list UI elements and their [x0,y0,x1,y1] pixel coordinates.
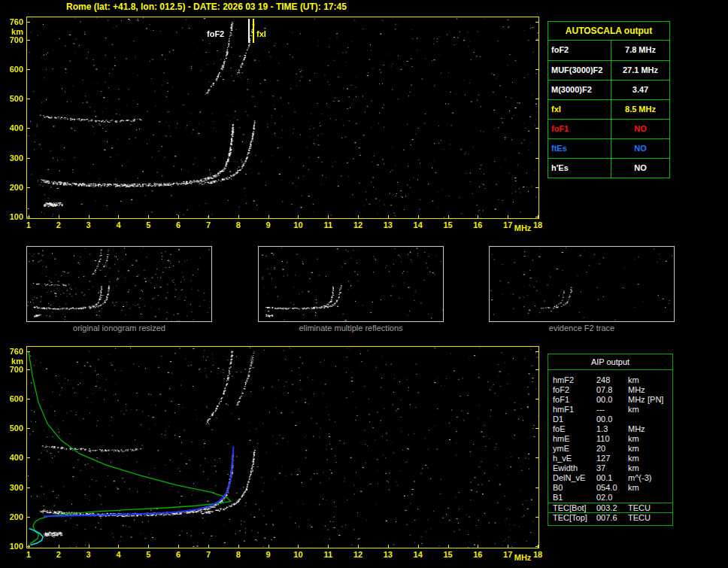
aip-unit: km [628,375,648,385]
aip-note [648,493,672,503]
aip-note [648,513,672,523]
x-tick-label-bottom: 4 [107,550,129,560]
autoscala-param: ftEs [548,139,611,158]
aip-param: B0 [553,483,596,493]
aip-value: 248 [596,375,628,385]
autoscala-param: h'Es [548,159,611,178]
autoscala-output-table: AUTOSCALA output foF27.8 MHzMUF(3000)F22… [548,21,670,178]
x-tick-label-top: 3 [77,220,100,230]
aip-row: foE1.3MHz [548,424,672,434]
aip-param: TEC[Bot] [553,503,596,513]
ionogram-plot-profile [26,346,539,548]
aip-unit: m^(-3) [628,473,648,483]
autoscala-row: ftEsNO [548,138,669,158]
ionogram-canvas-profile [27,347,538,548]
x-tick-label-top: 10 [287,220,309,230]
x-tick-label-bottom: 11 [317,550,339,560]
fof2-marker-label: foF2 [207,29,224,38]
aip-row: hmE110km [548,434,672,444]
thumbnail-canvas-no-multiples [259,247,443,321]
aip-row: B102.0 [548,493,672,503]
thumbnail-caption-original: original ionogram resized [26,323,212,333]
aip-table-title: AIP output [548,354,672,370]
autoscala-row: foF27.8 MHz [548,41,669,60]
x-tick-label-bottom: 14 [407,550,429,560]
autoscala-param: fxI [548,100,611,119]
x-tick-label-bottom: 9 [257,550,280,560]
aip-note [648,444,672,454]
x-tick-label-top: 15 [437,220,460,230]
thumbnail-caption-no-multiples: eliminate multiple reflections [258,323,444,333]
aip-row: ymE20km [548,444,672,454]
autoscala-row: h'EsNO [548,158,669,178]
y-axis-unit-bottom: km [1,357,23,366]
autoscala-value: NO [611,139,669,158]
y-tick-label-bottom: 300 [1,483,23,493]
x-tick-label-top: 13 [377,220,399,230]
y-tick-label-top: 760 [1,17,23,27]
aip-param: D1 [553,415,596,424]
aip-row: foF100.0MHz[PN] [548,395,672,405]
x-tick-label-top: 2 [47,220,70,230]
autoscala-table-rows: foF27.8 MHzMUF(3000)F227.1 MHzM(3000)F23… [548,41,669,178]
aip-value: 007.6 [596,513,628,523]
y-tick-label-bottom: 760 [1,347,23,357]
y-tick-label-top: 600 [1,65,23,74]
aip-row: foF207.8MHz [548,385,672,395]
aip-row: B0054.0km [548,483,672,493]
aip-note [648,375,672,385]
aip-param: TEC[Top] [553,513,596,523]
autoscala-row: fxI8.5 MHz [548,99,669,119]
autoscala-value: NO [611,120,669,138]
aip-row: Ewidth37km [548,463,672,473]
x-tick-label-bottom: 13 [377,550,399,560]
x-tick-label-bottom: 10 [287,550,309,560]
aip-note [648,405,672,415]
aip-param: hmF2 [553,375,596,385]
aip-note [648,463,672,473]
aip-value: 1.3 [596,424,628,434]
aip-note [648,483,672,493]
aip-note [648,415,672,424]
x-tick-label-top: 9 [257,220,280,230]
aip-unit [628,493,648,503]
x-tick-label-top: 14 [407,220,429,230]
aip-value: 00.1 [596,473,628,483]
x-tick-label-top: 11 [317,220,339,230]
aip-table-rows: hmF2248kmfoF207.8MHzfoF100.0MHz[PN]hmF1-… [548,370,672,522]
aip-value: --- [596,405,628,415]
autoscala-value: 8.5 MHz [611,100,669,119]
x-tick-label-top: 12 [347,220,369,230]
aip-note [648,424,672,434]
aip-value: 054.0 [596,483,628,493]
autoscala-value: NO [611,159,669,178]
autoscala-row: MUF(3000)F227.1 MHz [548,60,669,80]
aip-value: 003.2 [596,503,628,513]
aip-value: 127 [596,454,628,463]
aip-row: hmF2248km [548,375,672,385]
aip-unit: MHz [628,395,648,405]
thumbnail-canvas-f2-trace [490,247,674,321]
station-date-header: Rome (lat: +41.8, lon: 012.5) - DATE: 20… [66,2,347,12]
aip-unit: TECU [628,513,648,523]
autoscala-row: foF1NO [548,119,669,138]
autoscala-value: 27.1 MHz [611,61,669,80]
y-tick-label-bottom: 400 [1,453,23,463]
aip-unit: TECU [628,503,648,513]
aip-value: 20 [596,444,628,454]
fxi-marker-label: fxI [256,29,266,38]
aip-unit: km [628,405,648,415]
aip-value: 07.8 [596,385,628,395]
aip-unit: km [628,434,648,444]
aip-param: DelN_vE [553,473,596,483]
ionogram-canvas-main [27,17,538,218]
ionogram-plot-main: foF2 fxI [26,17,539,219]
aip-note: [PN] [648,395,672,405]
aip-note [648,503,672,513]
x-tick-label-top: 7 [197,220,220,230]
autoscala-row: M(3000)F23.47 [548,80,669,99]
thumbnail-f2-trace [489,246,675,322]
aip-row: h_vE127km [548,454,672,463]
y-tick-label-bottom: 500 [1,424,23,433]
aip-value: 00.0 [596,395,628,405]
